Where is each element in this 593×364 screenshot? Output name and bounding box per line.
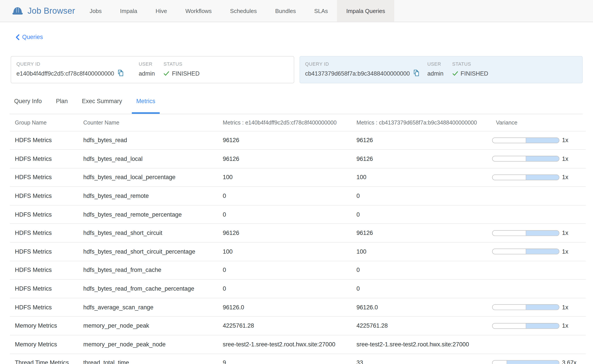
cell-metric-query1: 96126 [223,155,356,162]
variance-bar-fill [526,138,559,143]
variance-bar-fill [526,230,559,235]
nav-item-impala[interactable]: Impala [111,0,146,22]
cell-metric-query2: 4225761.28 [356,322,492,329]
copy-icon[interactable] [413,69,420,76]
cell-metric-query1: 0 [223,193,356,199]
cell-metric-query2: 0 [356,285,492,292]
header-counter-name: Counter Name [83,119,223,126]
cell-metric-query2: sree-test2-1.sree-test2.root.hwx.site:27… [356,341,492,348]
cell-metric-query2: 0 [356,211,492,218]
variance-bar-fill [506,360,559,364]
status-label: STATUS [452,61,488,67]
cell-counter-name: hdfs_bytes_read_short_circuit [83,230,223,236]
cell-metric-query1: 100 [223,174,356,181]
user-label: USER [139,61,164,67]
tab-query-info[interactable]: Query Info [9,91,46,114]
header-metrics-query2: Metrics : cb4137379d658f7a:b9c3488400000… [356,119,492,126]
cell-metric-query1: 4225761.28 [223,322,356,329]
cell-metric-query1: 96126 [223,230,356,236]
variance-label: 1x [562,137,568,144]
back-link-label: Queries [22,34,43,40]
table-row: HDFS Metrics hdfs_bytes_read_remote 0 0 [10,186,586,205]
cell-metric-query2: 100 [356,248,492,255]
variance-bar [492,305,559,310]
cell-group-name: HDFS Metrics [10,267,83,274]
status-badge: FINISHED [452,70,488,77]
cell-group-name: HDFS Metrics [10,248,83,255]
table-body: HDFS Metrics hdfs_bytes_read 96126 96126… [10,131,586,364]
app-title: Job Browser [27,6,75,16]
cell-group-name: HDFS Metrics [10,285,83,292]
cell-counter-name: thread_total_time [83,360,223,364]
table-row: Memory Metrics memory_per_node_peak_node… [10,335,586,353]
nav-item-jobs[interactable]: Jobs [80,0,111,22]
cell-metric-query2: 100 [356,174,492,181]
nav-item-schedules[interactable]: Schedules [221,0,266,22]
cell-metric-query1: 0 [223,211,356,218]
cell-group-name: HDFS Metrics [10,193,83,199]
app-brand[interactable]: Job Browser [0,0,80,22]
cell-metric-query1: 96126.0 [223,304,356,311]
variance-bar [492,230,559,236]
variance-bar [492,323,559,329]
cell-metric-query2: 96126 [356,137,492,144]
cell-counter-name: hdfs_bytes_read_short_circuit_percentage [83,248,223,255]
cell-metric-query2: 0 [356,193,492,199]
nav-item-impala-queries[interactable]: Impala Queries [337,0,394,22]
nav-item-workflows[interactable]: Workflows [176,0,221,22]
hardhat-icon [12,6,24,16]
cell-counter-name: hdfs_bytes_read_from_cache_percentage [83,285,223,292]
nav-item-slas[interactable]: SLAs [305,0,337,22]
cell-metric-query2: 33 [356,360,492,364]
table-row: HDFS Metrics hdfs_bytes_read_local 96126… [10,150,586,168]
variance-label: 1x [562,322,568,329]
query-card-1[interactable]: QUERY ID e140b4f4dff9c2d5:cf78c8f4000000… [11,56,294,83]
cell-group-name: HDFS Metrics [10,137,83,144]
table-row: HDFS Metrics hdfs_bytes_read 96126 96126… [10,131,586,150]
cell-variance: 3.67x [492,360,586,364]
variance-bar [492,156,559,162]
cell-metric-query1: 0 [223,285,356,292]
tab-plan[interactable]: Plan [51,91,72,114]
cell-counter-name: hdfs_bytes_read_local_percentage [83,174,223,181]
variance-bar [492,360,559,364]
cell-group-name: Memory Metrics [10,341,83,348]
table-row: Thread Time Metrics thread_total_time 9 … [10,353,586,364]
query-id-label: QUERY ID [305,61,428,67]
cell-group-name: Memory Metrics [10,322,83,329]
back-to-queries-link[interactable]: Queries [16,34,43,40]
metrics-table: Group Name Counter Name Metrics : e140b4… [10,114,586,364]
cell-counter-name: memory_per_node_peak [83,322,223,329]
cell-counter-name: hdfs_average_scan_range [83,304,223,311]
variance-bar-fill [526,324,559,329]
variance-bar [492,175,559,180]
nav-item-bundles[interactable]: Bundles [266,0,305,22]
cell-variance: 1x [492,155,586,162]
cell-group-name: Thread Time Metrics [10,360,83,364]
variance-label: 1x [562,174,568,181]
variance-bar [492,249,559,254]
header-group-name: Group Name [10,119,83,126]
tab-metrics[interactable]: Metrics [132,91,160,114]
nav-items: JobsImpalaHiveWorkflowsSchedulesBundlesS… [80,0,394,22]
variance-label: 1x [562,230,568,236]
cell-group-name: HDFS Metrics [10,155,83,162]
variance-bar-fill [526,156,559,162]
tab-exec-summary[interactable]: Exec Summary [77,91,127,114]
cell-metric-query1: 100 [223,248,356,255]
query-cards: QUERY ID e140b4f4dff9c2d5:cf78c8f4000000… [11,56,583,83]
cell-variance: 1x [492,137,586,144]
check-icon [164,71,169,76]
user-label: USER [428,61,452,67]
copy-icon[interactable] [117,69,124,76]
table-row: HDFS Metrics hdfs_bytes_read_short_circu… [10,224,586,242]
query-id-label: QUERY ID [17,61,139,67]
cell-variance: 1x [492,304,586,311]
cell-variance: 1x [492,322,586,329]
status-label: STATUS [164,61,200,67]
cell-counter-name: hdfs_bytes_read_local [83,155,223,162]
cell-metric-query2: 96126 [356,155,492,162]
query-card-2[interactable]: QUERY ID cb4137379d658f7a:b9c34884000000… [299,56,583,83]
table-row: HDFS Metrics hdfs_average_scan_range 961… [10,298,586,316]
nav-item-hive[interactable]: Hive [146,0,176,22]
